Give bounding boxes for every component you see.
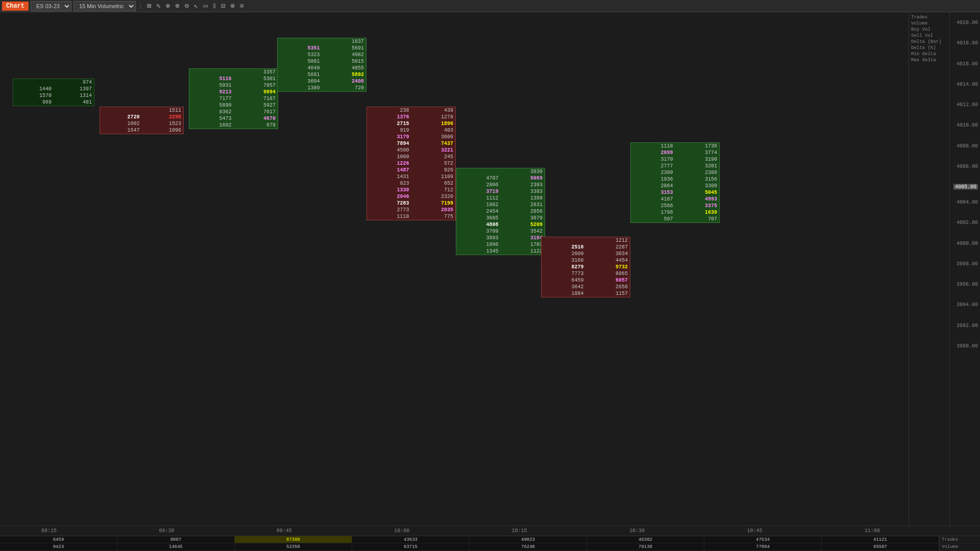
candle-c2: 1511272022981602152315471096 [100, 107, 184, 134]
val-cell-0-4: 49023 [470, 536, 587, 543]
val-cell-1-2: 52358 [235, 543, 352, 550]
cell-left: 2609 [542, 251, 586, 257]
cell-right: 652 [411, 180, 456, 187]
cell-left: 7177 [189, 95, 234, 102]
alert-icon[interactable]: ⊗ [229, 2, 236, 10]
cell-right: 2287 [586, 244, 630, 251]
cell-right: 3774 [675, 149, 720, 156]
cell-right: 2408 [322, 78, 366, 85]
cell-left: 5323 [278, 52, 322, 58]
cell-right: 1157 [586, 290, 630, 297]
val-cell-1-4: 76248 [470, 543, 587, 550]
data-row-0: 64598807873004363349023463824753441121Tr… [0, 536, 980, 543]
cursor-icon[interactable]: ↖ [192, 2, 200, 10]
cell-left: 4649 [278, 65, 322, 71]
cell-right: 2856 [501, 208, 545, 215]
cell-left: 2720 [100, 114, 142, 120]
price-4016: 4016.00 [957, 61, 978, 66]
val-cell-0-6: 47534 [704, 536, 822, 543]
cell-left: 3604 [278, 78, 322, 85]
rl-min-delta: Min delta [909, 51, 949, 57]
cell-right: 3542 [501, 228, 545, 235]
crosshair-icon[interactable]: ⊕ [164, 2, 172, 10]
cell-right: 7437 [411, 140, 456, 147]
cell-right: 1523 [142, 120, 184, 127]
cell-left: 3709 [456, 228, 501, 235]
cell-right: 926 [411, 167, 456, 173]
rl-trades: Trades [909, 14, 949, 20]
cell-right: 679 [234, 122, 278, 129]
chart-area[interactable]: 9741440139715701314969481151127202298160… [0, 12, 949, 525]
price-4020: 4020.00 [957, 20, 978, 26]
cell-right: 1278 [411, 114, 456, 120]
cell-left: 1226 [367, 160, 411, 167]
cell-left: 1118 [367, 213, 411, 220]
candle-c1: 9741440139715701314969481 [13, 79, 94, 106]
more-icon[interactable]: ≡ [238, 2, 246, 10]
symbol-dropdown[interactable]: ES 03-23 [31, 1, 71, 11]
candle-c7: 1212251622872609303431684454827997327773… [541, 237, 630, 297]
cell-left: 7894 [367, 140, 411, 147]
price-3990: 3990.00 [957, 343, 978, 348]
cell-left: 1389 [278, 85, 322, 91]
cell-right: 5045 [675, 189, 720, 196]
cell-left: 2806 [456, 182, 501, 188]
cell-left: 2699 [631, 149, 675, 156]
cell-left: 3719 [456, 188, 501, 195]
cell-right: 3383 [501, 188, 545, 195]
indicator-icon[interactable]: ⫴ [211, 2, 217, 10]
zoom-out-icon[interactable]: ⊖ [183, 2, 190, 10]
cell-right: 9732 [586, 264, 630, 270]
cell-left: 5081 [278, 58, 322, 65]
cell-left: 1692 [189, 122, 234, 129]
interval-dropdown[interactable]: 15 Min Volumetric [74, 1, 136, 11]
cell-left: 1330 [367, 187, 411, 193]
cell-left: 5351 [278, 45, 322, 52]
price-4018: 4018.00 [957, 40, 978, 46]
cell-right: 2658 [586, 284, 630, 290]
cell-right: 5209 [501, 221, 545, 228]
cell-left: 1602 [100, 120, 142, 127]
cell-left: 3642 [542, 284, 586, 290]
time-1045: 10:45 [747, 528, 762, 534]
cell-left: 2715 [367, 120, 411, 127]
template-icon[interactable]: ▭ [202, 2, 209, 10]
draw-icon[interactable]: ✎ [155, 2, 162, 10]
candle-c4: 1837535156915323498250815015464948555681… [277, 38, 366, 92]
cell-left: 2773 [367, 207, 411, 213]
cell-right: 974 [54, 79, 94, 86]
rl-buyvol: Buy Vol [909, 27, 949, 33]
cell-right: 1109 [411, 173, 456, 180]
cell-left: 238 [367, 107, 411, 114]
cell-right: 245 [411, 154, 456, 160]
cell-left: 4808 [456, 221, 501, 228]
time-0945: 09:45 [277, 528, 292, 534]
cell-left [542, 237, 586, 244]
time-1100: 11:00 [865, 528, 880, 534]
cell-right: 403 [411, 127, 456, 134]
cell-right: 707 [675, 216, 720, 222]
cell-left: 2046 [367, 193, 411, 200]
grid-icon[interactable]: ⊞ [145, 2, 153, 10]
cell-left [189, 69, 234, 76]
cell-right: 5069 [501, 175, 545, 182]
cell-left: 1884 [542, 290, 586, 297]
cell-left: 5931 [189, 82, 234, 89]
cell-right: 2035 [411, 207, 456, 213]
cell-right: 439 [411, 107, 456, 114]
strategy-icon[interactable]: ⊡ [219, 2, 227, 10]
time-0915: 09:15 [41, 528, 57, 534]
price-4012: 4012.00 [957, 102, 978, 108]
time-1015: 10:15 [512, 528, 527, 534]
price-4002: 4002.00 [957, 220, 978, 226]
price-3994: 3994.00 [957, 302, 978, 308]
cell-left [456, 168, 501, 175]
cell-left: 1345 [456, 248, 501, 255]
cell-left: 8279 [542, 264, 586, 270]
cell-right: 7187 [234, 95, 278, 102]
cell-right: 3221 [411, 147, 456, 154]
zoom-in-icon[interactable]: ⊕ [174, 2, 181, 10]
cell-right: 7199 [411, 200, 456, 207]
cell-right: 1212 [586, 237, 630, 244]
cell-left: 1118 [631, 143, 675, 149]
